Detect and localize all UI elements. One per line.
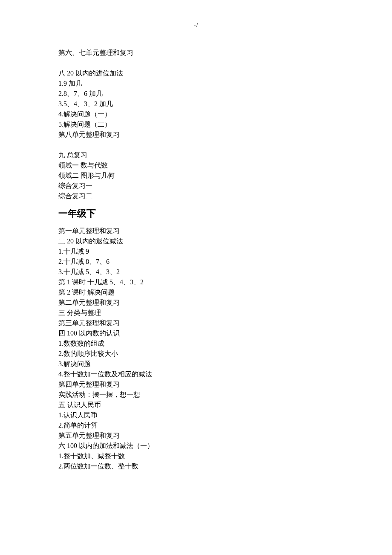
section-9-title: 九 总复习	[58, 150, 334, 160]
list-item: 第三单元整理和复习	[58, 318, 334, 328]
page-header: -/	[58, 25, 334, 32]
header-label: -/	[194, 22, 199, 29]
list-item: 第 2 课时 解决问题	[58, 287, 334, 298]
list-item: 1.9 加几	[58, 78, 334, 89]
list-item: 六 100 以内的加法和减法（一）	[58, 441, 334, 451]
list-item: 领域二 图形与几何	[58, 171, 334, 181]
list-item: 领域一 数与代数	[58, 160, 334, 171]
line-unit6-7-review: 第六、七单元整理和复习	[58, 48, 334, 58]
list-item: 第八单元整理和复习	[58, 130, 334, 140]
page: -/ 第六、七单元整理和复习 八 20 以内的进位加法 1.9 加几 2.8、7…	[0, 0, 392, 506]
spacer	[58, 140, 334, 150]
list-item: 1.整十数加、减整十数	[58, 451, 334, 461]
list-item: 4.整十数加一位数及相应的减法	[58, 369, 334, 379]
list-item: 3.5、4、3、2 加几	[58, 99, 334, 109]
list-item: 二 20 以内的退位减法	[58, 236, 334, 246]
list-item: 综合复习二	[58, 191, 334, 201]
header-rule-right	[207, 30, 334, 30]
list-item: 1.认识人民币	[58, 410, 334, 420]
header-rule-left	[58, 30, 185, 30]
list-item: 第 1 课时 十几减 5、4、3、2	[58, 277, 334, 287]
list-item: 5.解决问题（二）	[58, 119, 334, 130]
grade-heading: 一年级下	[58, 207, 334, 220]
list-item: 2.十几减 8、7、6	[58, 257, 334, 267]
section-8-title: 八 20 以内的进位加法	[58, 68, 334, 78]
list-item: 3.解决问题	[58, 359, 334, 369]
list-item: 2.8、7、6 加几	[58, 89, 334, 99]
list-item: 四 100 以内数的认识	[58, 328, 334, 338]
list-item: 第四单元整理和复习	[58, 379, 334, 390]
list-item: 第五单元整理和复习	[58, 431, 334, 441]
list-item: 1.十几减 9	[58, 246, 334, 257]
spacer	[58, 58, 334, 68]
list-item: 4.解决问题（一）	[58, 109, 334, 119]
list-item: 第一单元整理和复习	[58, 226, 334, 236]
content: 第六、七单元整理和复习 八 20 以内的进位加法 1.9 加几 2.8、7、6 …	[58, 48, 334, 471]
list-item: 2.简单的计算	[58, 420, 334, 431]
list-item: 五 认识人民币	[58, 400, 334, 410]
list-item: 第二单元整理和复习	[58, 298, 334, 308]
list-item: 3.十几减 5、4、3、2	[58, 267, 334, 277]
list-item: 实践活动：摆一摆，想一想	[58, 390, 334, 400]
list-item: 2.两位数加一位数、整十数	[58, 461, 334, 471]
list-item: 1.数数数的组成	[58, 338, 334, 349]
list-item: 综合复习一	[58, 181, 334, 191]
list-item: 2.数的顺序比较大小	[58, 349, 334, 359]
list-item: 三 分类与整理	[58, 308, 334, 318]
